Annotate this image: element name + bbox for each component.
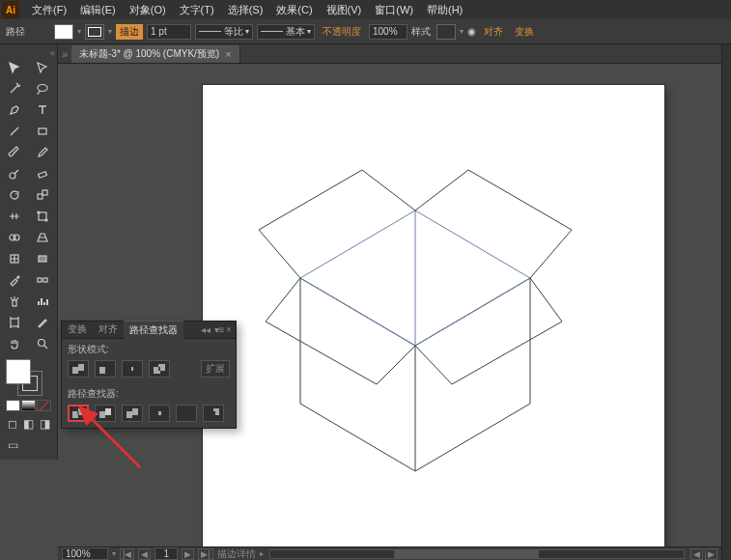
shape-exclude-button[interactable] (149, 360, 170, 378)
selection-tool[interactable] (2, 58, 27, 77)
svg-point-17 (38, 340, 44, 347)
menu-window[interactable]: 窗口(W) (368, 1, 420, 19)
tools-collapse-icon[interactable]: « (2, 48, 55, 58)
hand-tool[interactable] (2, 334, 27, 353)
svg-rect-26 (99, 411, 105, 418)
paintbrush-tool[interactable] (2, 143, 27, 162)
line-segment-tool[interactable] (2, 122, 27, 141)
pf-minus-back-button[interactable] (203, 405, 224, 422)
menu-object[interactable]: 对象(O) (123, 1, 173, 19)
lasso-tool[interactable] (30, 79, 55, 98)
style-dropdown-icon[interactable]: ▾ (460, 27, 464, 36)
menu-effect[interactable]: 效果(C) (269, 1, 319, 19)
menu-file[interactable]: 文件(F) (25, 1, 73, 19)
rotate-tool[interactable] (2, 185, 27, 205)
draw-behind-icon[interactable]: ◧ (22, 417, 35, 431)
recolor-icon[interactable]: ◉ (467, 26, 476, 37)
zoom-tool[interactable] (30, 334, 55, 353)
brush-def-select[interactable]: 基本▾ (257, 24, 315, 40)
artboard-next-icon[interactable]: ▶ (182, 548, 194, 560)
artboard-number[interactable]: 1 (155, 547, 178, 560)
panel-close-icon[interactable]: × (226, 324, 236, 335)
eyedropper-tool[interactable] (2, 270, 27, 290)
align-link[interactable]: 对齐 (480, 24, 507, 40)
slice-tool[interactable] (30, 313, 55, 332)
pf-merge-button[interactable] (122, 405, 143, 422)
draw-inside-icon[interactable]: ◨ (39, 417, 51, 431)
panel-tab-align[interactable]: 对齐 (93, 321, 124, 339)
menu-bar: Ai 文件(F) 编辑(E) 对象(O) 文字(T) 选择(S) 效果(C) 视… (0, 0, 731, 19)
canvas[interactable]: 变换 对齐 路径查找器 ◂◂ ▾≡ × 形状模式: 扩展 路径 (58, 64, 721, 546)
color-mode-gradient[interactable] (21, 400, 36, 411)
color-mode-color[interactable] (6, 400, 20, 411)
menu-view[interactable]: 视图(V) (320, 1, 369, 19)
free-transform-tool[interactable] (30, 207, 55, 226)
magic-wand-tool[interactable] (2, 79, 27, 98)
pf-crop-button[interactable] (149, 405, 170, 422)
mesh-tool[interactable] (2, 249, 27, 268)
artboard-prev-first-icon[interactable]: |◀ (120, 548, 134, 560)
opacity-input[interactable] (369, 24, 408, 40)
hscroll-right-icon[interactable]: ▶ (705, 548, 717, 560)
symbol-sprayer-tool[interactable] (2, 292, 27, 311)
blob-brush-tool[interactable] (2, 164, 27, 183)
panel-collapse-icon[interactable]: ◂◂ (199, 324, 212, 335)
blend-tool[interactable] (30, 270, 55, 290)
panel-menu-icon[interactable]: ▾≡ (212, 324, 226, 335)
right-dock[interactable] (721, 44, 731, 560)
pf-divide-button[interactable] (68, 405, 89, 422)
eraser-tool[interactable] (30, 164, 55, 183)
opacity-label: 不透明度 (319, 24, 365, 40)
gradient-tool[interactable] (30, 249, 55, 268)
column-graph-tool[interactable] (30, 292, 55, 311)
width-tool[interactable] (2, 207, 27, 226)
fill-indicator[interactable] (6, 359, 31, 384)
shape-minus-front-button[interactable] (95, 360, 116, 378)
pf-outline-button[interactable] (176, 405, 197, 422)
artboard-prev-icon[interactable]: ◀ (138, 548, 151, 560)
menu-select[interactable]: 选择(S) (221, 1, 270, 19)
status-bar: 100% ▾ |◀ ◀ 1 ▶ ▶| 描边详情 ▸ ◀ ▶ (58, 546, 721, 560)
draw-normal-icon[interactable]: ◻ (6, 417, 18, 431)
document-tab[interactable]: 未标题-3* @ 100% (CMYK/预览) × (71, 45, 240, 63)
width-profile-select[interactable]: 等比▾ (195, 24, 253, 40)
panel-tab-pathfinder[interactable]: 路径查找器 (124, 321, 183, 339)
stroke-dropdown-icon[interactable]: ▾ (108, 27, 112, 36)
transform-link[interactable]: 变换 (511, 24, 538, 40)
hscroll-left-icon[interactable]: ◀ (690, 548, 703, 560)
shape-unite-button[interactable] (68, 360, 89, 378)
fill-dropdown-icon[interactable]: ▾ (77, 27, 81, 36)
shape-intersect-button[interactable] (122, 360, 143, 378)
shape-builder-tool[interactable] (2, 228, 27, 247)
menu-edit[interactable]: 编辑(E) (73, 1, 123, 19)
document-tab-close-icon[interactable]: × (225, 48, 231, 60)
document-area: » 未标题-3* @ 100% (CMYK/预览) × (58, 44, 721, 546)
scale-tool[interactable] (30, 185, 55, 205)
fill-stroke-indicator[interactable] (6, 359, 42, 396)
style-swatch[interactable] (436, 24, 456, 40)
panel-tab-transform[interactable]: 变换 (62, 321, 93, 339)
screen-mode-icon[interactable]: ▭ (6, 438, 19, 452)
pf-trim-button[interactable] (95, 405, 116, 422)
fill-swatch[interactable] (54, 24, 73, 40)
tools-panel: « ◻ ◧ (0, 44, 58, 460)
direct-selection-tool[interactable] (30, 58, 55, 77)
svg-rect-25 (77, 411, 79, 415)
type-tool[interactable] (30, 100, 55, 120)
pathfinder-panel[interactable]: 变换 对齐 路径查找器 ◂◂ ▾≡ × 形状模式: 扩展 路径 (61, 321, 237, 429)
pen-tool[interactable] (2, 100, 27, 120)
color-mode-none[interactable] (37, 400, 51, 411)
shape-expand-button[interactable]: 扩展 (201, 360, 230, 378)
pencil-tool[interactable] (30, 143, 55, 162)
rectangle-tool[interactable] (30, 122, 55, 141)
artboard-tool[interactable] (2, 313, 27, 332)
perspective-grid-tool[interactable] (30, 228, 55, 247)
menu-type[interactable]: 文字(T) (173, 1, 221, 19)
menu-help[interactable]: 帮助(H) (420, 1, 469, 19)
stroke-weight-input[interactable] (147, 24, 191, 40)
horizontal-scrollbar[interactable] (269, 549, 685, 559)
zoom-level-input[interactable]: 100% (62, 547, 108, 560)
artboard-next-last-icon[interactable]: ▶| (198, 548, 212, 560)
stroke-swatch[interactable] (85, 24, 104, 40)
tab-arrange-icon[interactable]: » (58, 48, 71, 60)
